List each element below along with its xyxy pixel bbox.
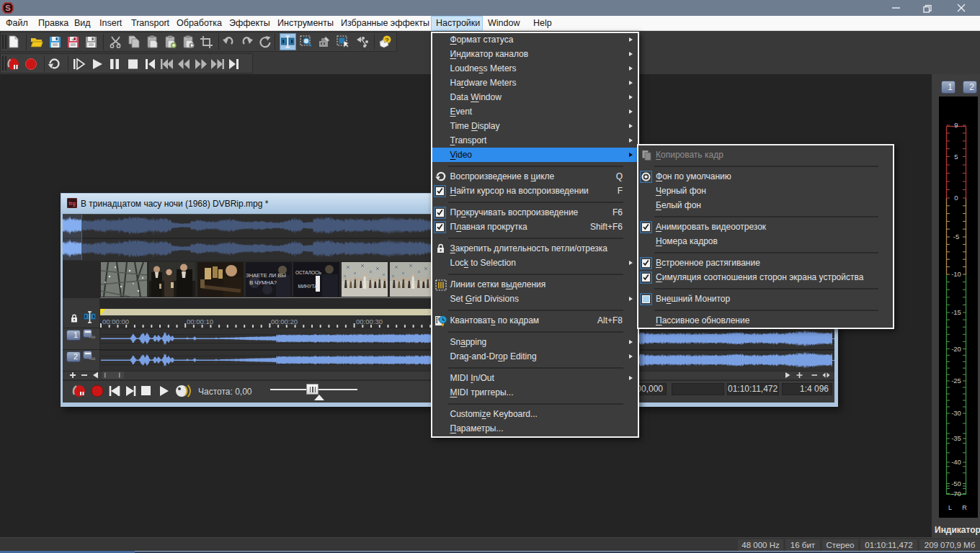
svg-text:-20: -20 — [951, 345, 961, 353]
svg-text:9: 9 — [954, 121, 958, 129]
svg-text:R: R — [962, 504, 967, 511]
svg-text:-15: -15 — [951, 308, 961, 316]
svg-text:-5: -5 — [953, 233, 959, 240]
svg-text:-35: -35 — [951, 434, 961, 442]
svg-text:-50: -50 — [951, 480, 961, 487]
svg-text:5: 5 — [954, 153, 958, 161]
svg-text:-10: -10 — [951, 270, 961, 278]
svg-text:-70: -70 — [951, 490, 961, 498]
svg-text:L: L — [948, 504, 952, 511]
svg-text:-30: -30 — [951, 409, 961, 417]
svg-text:-25: -25 — [951, 377, 961, 385]
svg-text:0: 0 — [954, 194, 958, 202]
svg-text:-40: -40 — [951, 458, 961, 466]
